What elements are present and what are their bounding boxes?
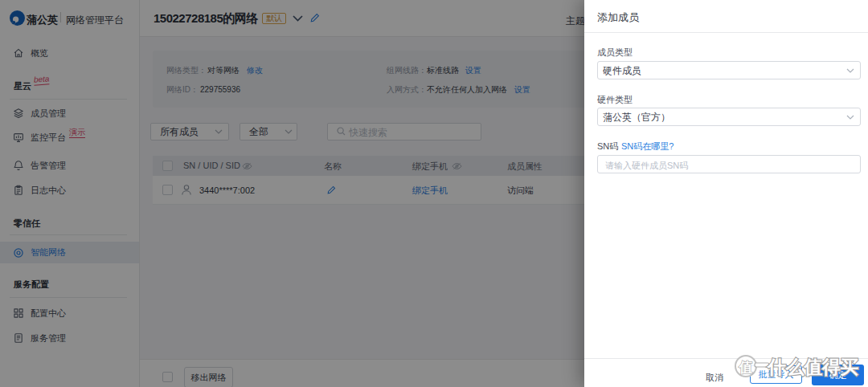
svg-text:值: 值 (739, 360, 753, 375)
svg-text:什么值得买: 什么值得买 (767, 356, 858, 377)
